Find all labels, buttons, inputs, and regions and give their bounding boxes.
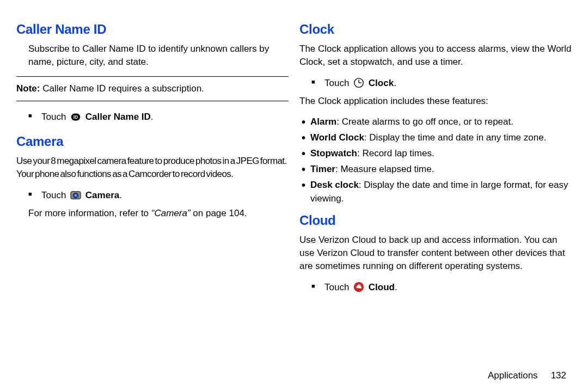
touch-camera: Touch Camera.: [28, 188, 289, 203]
touch-suffix: .: [151, 112, 154, 122]
right-column: Clock The Clock application allows you t…: [299, 22, 572, 299]
feature-desc: : Create alarms to go off once, or to re…: [336, 117, 513, 127]
feature-desc: : Display the time and date in any time …: [364, 132, 547, 143]
touch-bold: Clock: [369, 78, 394, 88]
feature-desc: : Record lap times.: [357, 148, 434, 158]
svg-point-4: [75, 194, 77, 197]
camera-description: Use your 8 megapixel camera feature to p…: [16, 155, 289, 181]
touch-bold: Cloud: [369, 282, 395, 292]
touch-suffix: .: [119, 190, 122, 200]
touch-clock: Touch Clock.: [311, 76, 572, 90]
feature-timer: Timer: Measure elapsed time.: [299, 163, 572, 176]
clock-features-intro: The Clock application includes these fea…: [299, 95, 572, 108]
note-text: Caller Name ID requires a subscription.: [40, 83, 204, 94]
feature-desk-clock: Desk clock: Display the date and time in…: [299, 179, 572, 205]
feature-name: World Clock: [310, 132, 364, 143]
feature-desc: : Measure elapsed time.: [335, 164, 434, 174]
touch-caller-name-id: Touch ID Caller Name ID.: [28, 110, 289, 124]
caller-id-icon: ID: [70, 111, 82, 122]
caller-touch-list: Touch ID Caller Name ID.: [16, 110, 289, 124]
touch-suffix: .: [395, 282, 397, 292]
svg-text:ID: ID: [74, 115, 78, 120]
feature-name: Stopwatch: [310, 148, 357, 158]
page-footer: Applications132: [488, 370, 566, 381]
camera-touch-list: Touch Camera.: [16, 188, 289, 203]
footer-page-number: 132: [551, 370, 566, 381]
cloud-touch-list: Touch Cloud.: [299, 280, 572, 295]
feature-name: Timer: [310, 164, 335, 174]
heading-caller-name-id: Caller Name ID: [16, 22, 289, 37]
left-column: Caller Name ID Subscribe to Caller Name …: [16, 22, 289, 299]
feature-world-clock: World Clock: Display the time and date i…: [299, 131, 572, 144]
refer-post: on page 104.: [191, 208, 247, 218]
heading-camera: Camera: [16, 134, 289, 149]
touch-prefix: Touch: [324, 282, 352, 292]
camera-refer: For more information, refer to “Camera” …: [16, 207, 289, 220]
touch-bold: Camera: [85, 190, 119, 200]
cloud-icon: [353, 281, 365, 292]
clock-features-list: Alarm: Create alarms to go off once, or …: [299, 115, 572, 205]
feature-alarm: Alarm: Create alarms to go off once, or …: [299, 115, 572, 128]
camera-icon: [70, 189, 82, 200]
touch-prefix: Touch: [324, 78, 352, 88]
feature-name: Alarm: [310, 117, 336, 127]
page-content: Caller Name ID Subscribe to Caller Name …: [0, 0, 588, 299]
touch-cloud: Touch Cloud.: [311, 280, 572, 295]
feature-stopwatch: Stopwatch: Record lap times.: [299, 147, 572, 160]
note-label: Note:: [16, 83, 40, 94]
touch-prefix: Touch: [41, 190, 69, 200]
clock-icon: [353, 77, 365, 88]
refer-pre: For more information, refer to: [28, 208, 151, 218]
clock-touch-list: Touch Clock.: [299, 76, 572, 90]
clock-description: The Clock application allows you to acce…: [299, 42, 572, 69]
touch-suffix: .: [394, 78, 396, 88]
caller-description: Subscribe to Caller Name ID to identify …: [16, 42, 289, 69]
feature-name: Desk clock: [310, 180, 359, 190]
cloud-description: Use Verizon Cloud to back up and access …: [299, 234, 572, 273]
heading-cloud: Cloud: [299, 213, 572, 228]
heading-clock: Clock: [299, 22, 572, 37]
caller-note: Note: Caller Name ID requires a subscrip…: [16, 76, 289, 101]
footer-section: Applications: [488, 370, 538, 381]
touch-bold: Caller Name ID: [85, 112, 151, 122]
touch-prefix: Touch: [41, 112, 69, 122]
refer-italic: “Camera”: [151, 208, 191, 218]
